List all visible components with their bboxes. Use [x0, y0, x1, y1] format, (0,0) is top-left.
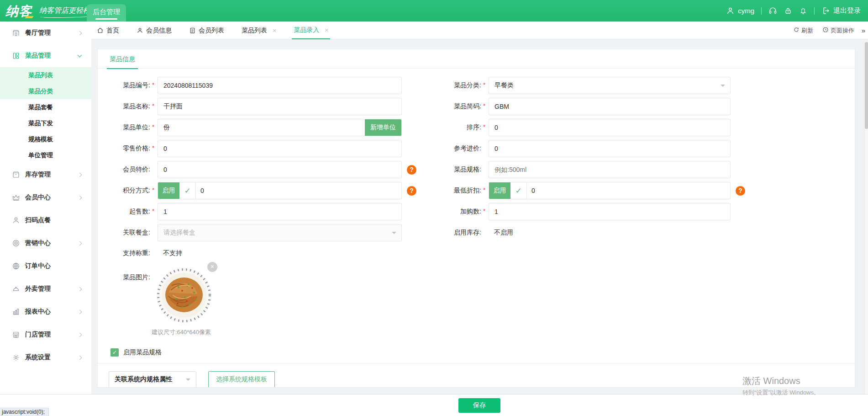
tab-member-list[interactable]: 会员列表: [187, 21, 226, 39]
globe-icon: [12, 262, 20, 270]
tab-dish-info[interactable]: 菜品信息: [107, 49, 138, 69]
help-icon[interactable]: ?: [736, 186, 745, 196]
spec-input[interactable]: [489, 161, 731, 178]
dish-photo[interactable]: [156, 267, 212, 324]
chevron-down-icon: [186, 379, 190, 381]
retail-price-input[interactable]: [158, 140, 402, 157]
meal-box-select[interactable]: 请选择餐盒: [158, 224, 402, 241]
min-discount-composite-input: 启用 ✓: [489, 182, 731, 199]
required-mark: *: [152, 123, 156, 130]
dish-name-input[interactable]: [158, 98, 402, 115]
sidebar-item-scan-order[interactable]: 扫码点餐: [0, 209, 91, 232]
tab-label: 菜品列表: [242, 27, 267, 35]
sidebar-item-label: 会员中心: [25, 193, 51, 202]
support-headset-icon[interactable]: [768, 6, 777, 15]
points-value-input[interactable]: [196, 183, 401, 198]
field-label: 菜品图片:: [98, 273, 150, 282]
form-row: 关联餐盒: 请选择餐盒 启用库存: 不启用: [98, 224, 855, 241]
sidebar-subitem-dish-dispatch[interactable]: 菜品下发: [0, 115, 91, 131]
min-sale-input[interactable]: [158, 203, 402, 220]
person-icon: [12, 216, 20, 224]
form-row: 菜品图片:: [98, 267, 855, 336]
sidebar-item-system-settings[interactable]: 系统设置: [0, 346, 91, 369]
sidebar-item-dish-management[interactable]: 菜品管理: [0, 44, 91, 67]
bar-chart-icon: [12, 308, 20, 316]
sidebar-item-member-center[interactable]: 会员中心: [0, 186, 91, 209]
member-price-input[interactable]: [158, 161, 402, 178]
sort-input[interactable]: [489, 119, 731, 136]
remove-image-icon[interactable]: ×: [207, 262, 217, 272]
sidebar-subitem-unit-management[interactable]: 单位管理: [0, 147, 91, 163]
sidebar-subitem-dish-combo[interactable]: 菜品套餐: [0, 99, 91, 115]
sidebar-item-marketing[interactable]: 营销中心: [0, 232, 91, 255]
chevron-down-icon: [78, 53, 82, 58]
user-menu[interactable]: cymg: [726, 6, 754, 15]
page-operations-button[interactable]: 页面操作: [822, 27, 854, 35]
tab-dish-list[interactable]: 菜品列表 ×: [240, 21, 278, 39]
nav-tab-backend[interactable]: 后台管理: [87, 4, 126, 21]
required-mark: *: [483, 123, 487, 130]
scrollbar-thumb[interactable]: [865, 42, 868, 129]
field-label: 零售价格:: [98, 144, 150, 153]
target-icon: [12, 239, 20, 247]
tabbar-more-button[interactable]: »: [862, 21, 865, 39]
field-label: 加购数:: [440, 208, 481, 216]
form-row: 菜品单位: * 新增单位 排序: *: [98, 119, 855, 136]
required-mark: *: [152, 144, 156, 151]
dish-no-input[interactable]: [158, 77, 402, 94]
sidebar-item-takeout[interactable]: 外卖管理: [0, 277, 91, 300]
sidebar-item-restaurant[interactable]: 餐厅管理: [0, 21, 91, 44]
form-row: 起售数: * 加购数: *: [98, 203, 855, 220]
ref-price-input[interactable]: [489, 140, 731, 157]
tab-member-info[interactable]: 会员信息: [135, 21, 174, 39]
category-select[interactable]: 早餐类: [489, 77, 731, 94]
required-mark: *: [483, 81, 487, 88]
sidebar-item-store-management[interactable]: 门店管理: [0, 323, 91, 346]
required-mark: *: [152, 187, 156, 193]
help-icon[interactable]: ?: [407, 165, 416, 175]
short-code-input[interactable]: [489, 98, 731, 115]
help-icon[interactable]: ?: [407, 186, 416, 196]
sidebar-subitem-spec-template[interactable]: 规格模板: [0, 131, 91, 147]
sidebar-item-inventory[interactable]: 库存管理: [0, 163, 91, 186]
sidebar-subitem-dish-category[interactable]: 菜品分类: [0, 83, 91, 99]
choose-spec-template-button[interactable]: 选择系统规格模板: [208, 371, 275, 388]
field-label: 排序:: [440, 123, 481, 132]
sidebar-item-order-center[interactable]: 订单中心: [0, 255, 91, 277]
add-unit-button[interactable]: 新增单位: [365, 119, 401, 136]
min-discount-value-input[interactable]: [527, 183, 730, 198]
add-qty-input[interactable]: [489, 203, 731, 220]
required-mark: *: [483, 102, 487, 109]
min-discount-enable-toggle[interactable]: 启用: [489, 182, 510, 199]
chevron-right-icon: [78, 287, 82, 291]
chevron-right-icon: [78, 195, 82, 200]
required-mark: *: [152, 208, 156, 214]
close-icon[interactable]: ×: [325, 27, 328, 34]
spec-attr-row: 关联系统内规格属性 选择系统规格模板: [109, 371, 855, 388]
refresh-button[interactable]: 刷新: [793, 27, 813, 35]
crown-icon: [12, 193, 20, 202]
check-icon[interactable]: ✓: [179, 182, 196, 199]
chevron-right-icon: [78, 309, 82, 314]
home-icon: [97, 27, 104, 34]
sidebar-subitem-dish-list[interactable]: 菜品列表: [0, 67, 91, 83]
main-content: 菜品信息 菜品编号: * 菜品分类: * 早餐类 菜品名称: * 菜品简: [91, 39, 868, 394]
field-label: 菜品规格:: [440, 165, 481, 174]
sidebar-item-reports[interactable]: 报表中心: [0, 300, 91, 323]
tab-home[interactable]: 首页: [95, 21, 121, 39]
sidebar-item-label: 外卖管理: [25, 285, 51, 293]
sidebar-item-label: 单位管理: [28, 151, 53, 160]
close-icon[interactable]: ×: [273, 27, 276, 34]
save-button[interactable]: 保存: [458, 398, 500, 413]
required-mark: *: [152, 102, 156, 109]
enable-spec-checkbox[interactable]: ✓: [110, 348, 119, 357]
check-icon[interactable]: ✓: [510, 182, 527, 199]
spec-attr-select[interactable]: 关联系统内规格属性: [109, 371, 196, 388]
bell-icon[interactable]: [799, 7, 807, 15]
scrollbar-track[interactable]: [864, 41, 868, 394]
required-mark: *: [483, 187, 487, 193]
tab-dish-entry[interactable]: 菜品录入 ×: [292, 21, 330, 39]
points-enable-toggle[interactable]: 启用: [158, 182, 179, 199]
logout-button[interactable]: 退出登录: [821, 6, 861, 15]
lock-icon[interactable]: [784, 7, 792, 15]
